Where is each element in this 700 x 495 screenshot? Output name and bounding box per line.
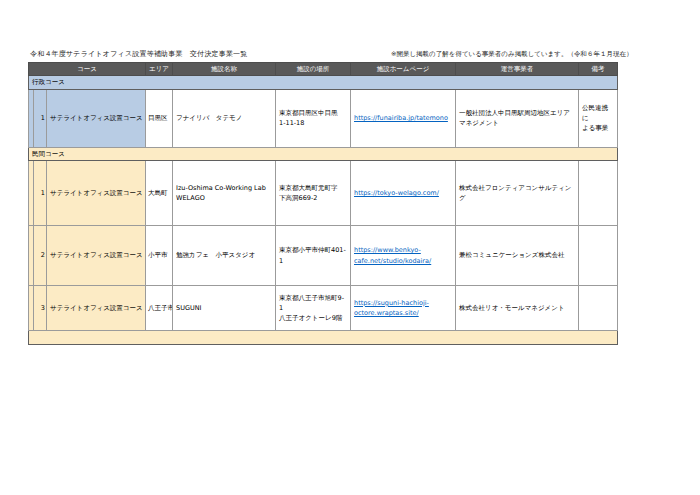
section-band-label: 民間コース (29, 147, 618, 160)
area-cell: 八王子市 (146, 286, 173, 331)
facility-location-cell: 東京都八王子市旭町9-1 八王子オクトーレ9階 (276, 286, 351, 331)
projects-table: コース エリア 施設名称 施設の場所 施設ホームページ 運営事業者 備考 行政コ… (28, 62, 618, 345)
course-cell: サテライトオフィス設置コース (47, 226, 146, 286)
column-header-row: コース エリア 施設名称 施設の場所 施設ホームページ 運営事業者 備考 (29, 63, 618, 76)
column-header-location: 施設の場所 (276, 63, 351, 76)
row-number-cell: 1 (34, 161, 47, 226)
facility-name-cell: Izu-Oshima Co-Working Lab WELAGO (173, 161, 276, 226)
table-row: 2サテライトオフィス設置コース小平市勉強カフェ 小平スタジオ東京都小平市仲町40… (29, 226, 618, 286)
column-header-remarks: 備考 (579, 63, 618, 76)
table-row: 3サテライトオフィス設置コース八王子市SUGUNI東京都八王子市旭町9-1 八王… (29, 286, 618, 331)
operator-cell: 株式会社リオ・モールマネジメント (456, 286, 579, 331)
course-cell: サテライトオフィス設置コース (47, 161, 146, 226)
area-cell: 目黒区 (146, 89, 173, 147)
facility-url-link[interactable]: https://funairiba.jp/tatemono (354, 114, 448, 122)
facility-url-cell: https://funairiba.jp/tatemono (351, 89, 456, 147)
course-cell: サテライトオフィス設置コース (47, 89, 146, 147)
area-cell: 小平市 (146, 226, 173, 286)
facility-location-cell: 東京都目黒区中目黒 1-11-18 (276, 89, 351, 147)
column-header-homepage: 施設ホームページ (351, 63, 456, 76)
row-number-cell: 1 (34, 89, 47, 147)
facility-name-cell: フナイリバ タテモノ (173, 89, 276, 147)
course-cell: サテライトオフィス設置コース (47, 286, 146, 331)
facility-url-cell: https://suguni-hachioji- octore.wraptas.… (351, 286, 456, 331)
table-row: 1サテライトオフィス設置コース大島町Izu-Oshima Co-Working … (29, 161, 618, 226)
section-trailing-strip-row (29, 331, 618, 345)
operator-cell: 兼松コミュニケーションズ株式会社 (456, 226, 579, 286)
facility-name-cell: SUGUNI (173, 286, 276, 331)
header-note: ※開業し掲載の了解を得ている事業者のみ掲載しています。（令和６年１月現在） (391, 50, 632, 59)
document-title: 令和４年度サテライトオフィス設置等補助事業 交付決定事業一覧 (30, 49, 247, 59)
row-number-cell: 2 (34, 226, 47, 286)
operator-cell: 株式会社フロンティアコンサルティング (456, 161, 579, 226)
row-number-cell: 3 (34, 286, 47, 331)
section-band-row: 行政コース (29, 76, 618, 89)
column-header-facility-name: 施設名称 (173, 63, 276, 76)
document-page: 令和４年度サテライトオフィス設置等補助事業 交付決定事業一覧 ※開業し掲載の了解… (0, 0, 700, 495)
section-band-label: 行政コース (29, 76, 618, 89)
facility-url-cell: https://www.benkyo- cafe.net/studio/koda… (351, 226, 456, 286)
facility-location-cell: 東京都小平市仲町401-1 (276, 226, 351, 286)
facility-url-link[interactable]: https://tokyo-welago.com/ (354, 189, 439, 197)
section-band-row: 民間コース (29, 147, 618, 160)
facility-url-cell: https://tokyo-welago.com/ (351, 161, 456, 226)
column-header-operator: 運営事業者 (456, 63, 579, 76)
facility-url-link[interactable]: https://suguni-hachioji- octore.wraptas.… (354, 299, 429, 317)
facility-name-cell: 勉強カフェ 小平スタジオ (173, 226, 276, 286)
column-header-area: エリア (146, 63, 173, 76)
facility-location-cell: 東京都大島町元町字 下高洞669-2 (276, 161, 351, 226)
area-cell: 大島町 (146, 161, 173, 226)
remarks-cell (579, 286, 618, 331)
section-trailing-strip (29, 331, 618, 345)
table-row: 1サテライトオフィス設置コース目黒区フナイリバ タテモノ東京都目黒区中目黒 1-… (29, 89, 618, 147)
operator-cell: 一般社団法人中目黒駅周辺地区エリア マネジメント (456, 89, 579, 147)
facility-url-link[interactable]: https://www.benkyo- cafe.net/studio/koda… (354, 246, 431, 264)
column-header-course: コース (29, 63, 146, 76)
remarks-cell: 公民連携に よる事業 (579, 89, 618, 147)
remarks-cell (579, 161, 618, 226)
remarks-cell (579, 226, 618, 286)
